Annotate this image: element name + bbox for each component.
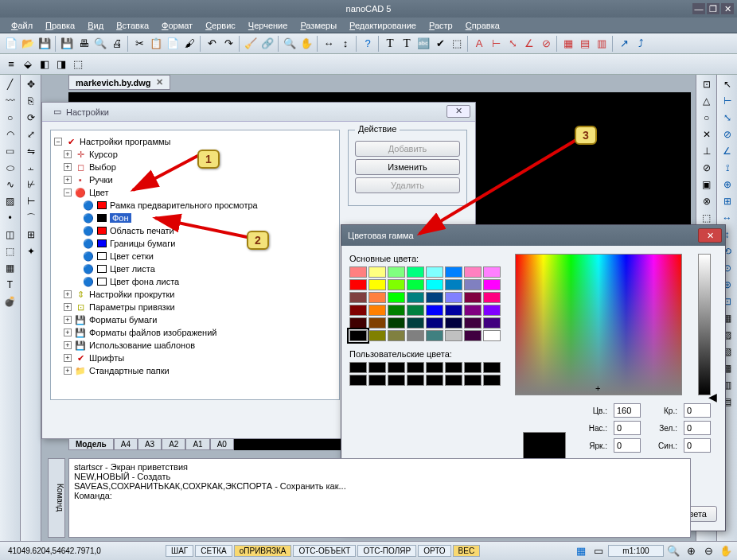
- expander-icon[interactable]: +: [64, 341, 72, 349]
- status-grid[interactable]: СЕТКА: [195, 545, 232, 557]
- fillet-icon[interactable]: ⌒: [23, 210, 39, 226]
- open-icon[interactable]: 📂: [20, 36, 36, 52]
- snap-cen-icon[interactable]: ○: [699, 110, 715, 126]
- expander-icon[interactable]: +: [64, 303, 72, 311]
- snap-tan-icon[interactable]: ⊘: [699, 160, 715, 176]
- lum-input[interactable]: [614, 438, 641, 453]
- basic-color-cell[interactable]: [349, 292, 367, 303]
- status-step[interactable]: ШАГ: [166, 545, 193, 557]
- basic-color-cell[interactable]: [349, 305, 367, 316]
- basic-color-cell[interactable]: [483, 266, 501, 278]
- status-osnap[interactable]: оПРИВЯЗКА: [234, 545, 292, 557]
- basic-color-cell[interactable]: [349, 279, 367, 290]
- layer-icon[interactable]: ≡: [3, 56, 19, 72]
- luminance-slider[interactable]: [698, 254, 711, 395]
- status-icon1[interactable]: ▦: [573, 543, 589, 559]
- custom-color-cell[interactable]: [426, 362, 443, 373]
- menu-raster[interactable]: Растр: [423, 19, 459, 32]
- basic-color-cell[interactable]: [426, 330, 443, 341]
- cut-icon[interactable]: ✂: [131, 36, 147, 52]
- snap-end-icon[interactable]: ⊡: [699, 76, 715, 92]
- undo-icon[interactable]: ↶: [204, 36, 220, 52]
- spectrum-picker[interactable]: +: [515, 254, 682, 395]
- custom-color-cell[interactable]: [426, 375, 443, 386]
- pline-icon[interactable]: 〰: [2, 93, 18, 109]
- basic-color-cell[interactable]: [445, 279, 462, 290]
- basic-color-cell[interactable]: [388, 279, 405, 290]
- custom-color-cell[interactable]: [349, 375, 367, 386]
- basic-color-cell[interactable]: [407, 279, 424, 290]
- plot-icon[interactable]: 🖨: [109, 36, 125, 52]
- paste-icon[interactable]: 📄: [165, 36, 181, 52]
- expander-icon[interactable]: +: [64, 176, 72, 184]
- copy2-icon[interactable]: ⎘: [23, 93, 39, 109]
- status-polar[interactable]: ОТС-ПОЛЯР: [357, 545, 416, 557]
- table3-icon[interactable]: ▥: [594, 36, 610, 52]
- hatch-icon[interactable]: ▨: [2, 193, 18, 209]
- expander-icon[interactable]: +: [64, 290, 72, 298]
- style-icon[interactable]: ⬚: [449, 36, 465, 52]
- tree-grips[interactable]: Ручки: [89, 175, 113, 185]
- scale-icon[interactable]: ⤢: [23, 126, 39, 142]
- custom-color-cell[interactable]: [349, 362, 367, 373]
- basic-color-cell[interactable]: [445, 266, 462, 278]
- menu-view[interactable]: Вид: [81, 19, 110, 32]
- dim-ali-icon[interactable]: ⤡: [505, 36, 521, 52]
- dim1-icon[interactable]: ⊢: [719, 93, 735, 109]
- save-icon[interactable]: 💾: [37, 36, 53, 52]
- snap-nea-icon[interactable]: ▣: [699, 177, 715, 192]
- snap-nod-icon[interactable]: ⊗: [699, 193, 715, 209]
- doc-tab-close-icon[interactable]: ✕: [156, 77, 163, 88]
- area-icon[interactable]: ↕: [337, 36, 353, 52]
- expander-icon[interactable]: +: [64, 329, 72, 336]
- tab-a0[interactable]: A0: [210, 438, 234, 450]
- snap-int-icon[interactable]: ✕: [699, 126, 715, 142]
- array-icon[interactable]: ⊞: [23, 227, 39, 243]
- color-close-icon[interactable]: ✕: [698, 228, 722, 243]
- text2-icon[interactable]: T: [2, 277, 18, 293]
- basic-color-cell[interactable]: [445, 292, 462, 303]
- offset-icon[interactable]: ⫠: [23, 160, 39, 176]
- misc2-icon[interactable]: ◨: [53, 56, 69, 72]
- basic-color-cell[interactable]: [464, 292, 482, 303]
- zoom-icon[interactable]: 🔍: [282, 36, 298, 52]
- point-icon[interactable]: •: [2, 210, 18, 226]
- mirror-icon[interactable]: ⇋: [23, 143, 39, 159]
- add-button[interactable]: Добавить: [355, 141, 460, 157]
- basic-color-cell[interactable]: [368, 317, 386, 329]
- expander-icon[interactable]: +: [64, 150, 72, 158]
- basic-color-cell[interactable]: [464, 317, 482, 329]
- table-icon[interactable]: ▦: [2, 260, 18, 276]
- sat-input[interactable]: [614, 421, 641, 435]
- help-icon[interactable]: ?: [360, 36, 376, 52]
- tab-a4[interactable]: A4: [114, 438, 138, 450]
- expander-icon[interactable]: −: [64, 189, 72, 196]
- text-icon[interactable]: T: [382, 36, 398, 52]
- arc-icon[interactable]: ◠: [2, 126, 18, 142]
- bomb-icon[interactable]: 💣: [2, 294, 18, 309]
- mleader-icon[interactable]: ⤴: [633, 36, 649, 52]
- status-zoomin-icon[interactable]: ⊕: [683, 543, 699, 559]
- tree-templates[interactable]: Использование шаблонов: [89, 340, 195, 350]
- basic-color-cell[interactable]: [368, 305, 386, 316]
- settings-close-icon[interactable]: ✕: [446, 105, 470, 118]
- basic-color-cell[interactable]: [388, 317, 405, 329]
- menu-dimensions[interactable]: Размеры: [294, 19, 343, 32]
- basic-color-cell[interactable]: [407, 305, 424, 316]
- tree-gridcolor[interactable]: Цвет сетки: [110, 251, 154, 261]
- tab-a1[interactable]: A1: [185, 438, 209, 450]
- table1-icon[interactable]: ▦: [560, 36, 576, 52]
- basic-color-cell[interactable]: [426, 292, 443, 303]
- basic-color-cell[interactable]: [483, 317, 501, 329]
- saveall-icon[interactable]: 💾: [59, 36, 75, 52]
- tree-selection[interactable]: Выбор: [89, 162, 116, 172]
- dim8-icon[interactable]: ↔: [719, 210, 735, 226]
- snap-per-icon[interactable]: ⊥: [699, 143, 715, 159]
- prop-icon[interactable]: ⬙: [20, 56, 36, 72]
- tree-root[interactable]: Настройки программы: [80, 137, 170, 146]
- minimize-icon[interactable]: —: [692, 3, 705, 14]
- custom-color-cell[interactable]: [407, 375, 424, 386]
- erase-icon[interactable]: 🧹: [243, 36, 259, 52]
- mtext-icon[interactable]: T: [399, 36, 415, 52]
- dim-lin-icon[interactable]: ⊢: [488, 36, 504, 52]
